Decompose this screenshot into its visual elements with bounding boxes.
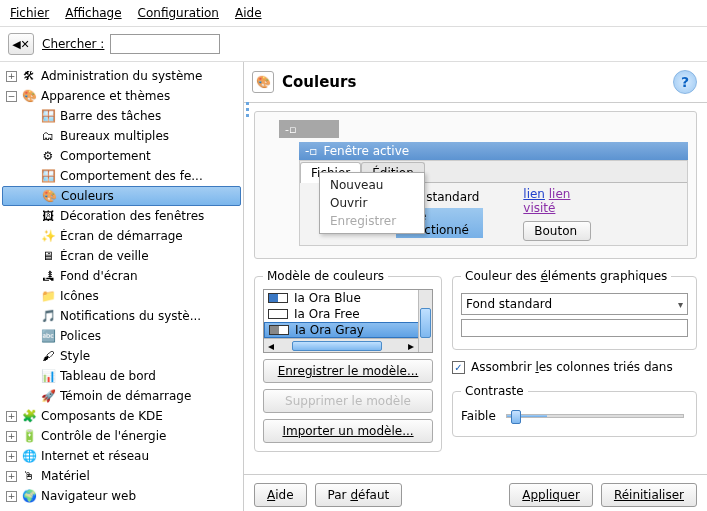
tree-bootind[interactable]: 🚀Témoin de démarrage xyxy=(2,386,241,406)
scheme-legend: Modèle de couleurs xyxy=(263,269,388,283)
search-label: Chercher : xyxy=(42,37,104,51)
tree-windec[interactable]: 🖼Décoration des fenêtres xyxy=(2,206,241,226)
page-icon: 🎨 xyxy=(252,71,274,93)
reset-button[interactable]: Réinitialiser xyxy=(601,483,697,507)
menu-view[interactable]: Affichage xyxy=(65,6,121,20)
contrast-slider[interactable] xyxy=(506,414,684,418)
tree-sysnotif[interactable]: 🎵Notifications du systè... xyxy=(2,306,241,326)
preview-button: Bouton xyxy=(523,221,591,241)
tree-icons[interactable]: 📁Icônes xyxy=(2,286,241,306)
darken-label: Assombrir les colonnes triés dans xyxy=(471,360,673,374)
save-scheme-button[interactable]: Enregistrer le modèle... xyxy=(263,359,433,383)
preview-link: lien xyxy=(523,187,545,201)
darken-checkbox[interactable]: ✓ xyxy=(452,361,465,374)
tree-ssaver[interactable]: 🖥Écran de veille xyxy=(2,246,241,266)
menubar: Fichier Affichage Configuration Aide xyxy=(0,0,707,27)
tree-panel[interactable]: 📊Tableau de bord xyxy=(2,366,241,386)
tree-appear[interactable]: −🎨Apparence et thèmes xyxy=(2,86,241,106)
apply-button[interactable]: Appliquer xyxy=(509,483,593,507)
active-window-title: -▫Fenêtre active xyxy=(299,142,688,160)
help-icon[interactable]: ? xyxy=(673,70,697,94)
widget-color-group: Couleur des éléments graphiques Fond sta… xyxy=(452,269,697,350)
color-scheme-group: Modèle de couleurs Ia Ora Blue Ia Ora Fr… xyxy=(254,269,442,452)
menu-config[interactable]: Configuration xyxy=(138,6,219,20)
tree-winbeh[interactable]: 🪟Comportement des fe... xyxy=(2,166,241,186)
dialog-footer: Aide Par défaut Appliquer Réinitialiser xyxy=(244,474,707,511)
import-scheme-button[interactable]: Importer un modèle... xyxy=(263,419,433,443)
search-input[interactable] xyxy=(110,34,220,54)
contrast-legend: Contraste xyxy=(461,384,528,398)
scheme-hscroll[interactable]: ◂▸ xyxy=(264,338,418,352)
preview-open-menu: Nouveau Ouvrir Enregistrer xyxy=(319,172,425,234)
tree-admin[interactable]: +🛠Administration du système xyxy=(2,66,241,86)
tree-wallpaper[interactable]: 🏞Fond d'écran xyxy=(2,266,241,286)
scheme-list[interactable]: Ia Ora Blue Ia Ora Free Ia Ora Gray ◂▸ xyxy=(263,289,433,353)
widget-element-combo[interactable]: Fond standard xyxy=(461,293,688,315)
defaults-button[interactable]: Par défaut xyxy=(315,483,403,507)
toolbar: ◀✕ Chercher : xyxy=(0,27,707,62)
menu-help[interactable]: Aide xyxy=(235,6,262,20)
widget-legend: Couleur des éléments graphiques xyxy=(461,269,671,283)
settings-panel: 🎨 Couleurs ? -▫ -▫Fenêtre active Fichier… xyxy=(244,62,707,511)
tree-fonts[interactable]: 🔤Polices xyxy=(2,326,241,346)
color-preview: -▫ -▫Fenêtre active Fichier Édition exte… xyxy=(254,111,697,259)
tree-web[interactable]: +🌍Navigateur web xyxy=(2,486,241,506)
contrast-low-label: Faible xyxy=(461,409,496,423)
tree-multidesk[interactable]: 🗂Bureaux multiples xyxy=(2,126,241,146)
tree-style[interactable]: 🖌Style xyxy=(2,346,241,366)
tree-hw[interactable]: +🖱Matériel xyxy=(2,466,241,486)
category-tree[interactable]: +🛠Administration du système−🎨Apparence e… xyxy=(0,62,244,511)
scheme-vscroll[interactable] xyxy=(418,290,432,352)
delete-scheme-button: Supprimer le modèle xyxy=(263,389,433,413)
inactive-window-title: -▫ xyxy=(279,120,339,138)
tree-power[interactable]: +🔋Contrôle de l'énergie xyxy=(2,426,241,446)
tree-kdecomp[interactable]: +🧩Composants de KDE xyxy=(2,406,241,426)
tree-behavior[interactable]: ⚙Comportement xyxy=(2,146,241,166)
menu-file[interactable]: Fichier xyxy=(10,6,49,20)
tree-splash[interactable]: ✨Écran de démarrage xyxy=(2,226,241,246)
help-button[interactable]: Aide xyxy=(254,483,307,507)
back-button[interactable]: ◀✕ xyxy=(8,33,34,55)
tree-net[interactable]: +🌐Internet et réseau xyxy=(2,446,241,466)
tree-taskbar[interactable]: 🪟Barre des tâches xyxy=(2,106,241,126)
page-title: Couleurs xyxy=(282,73,665,91)
tree-colors[interactable]: 🎨Couleurs xyxy=(2,186,241,206)
contrast-group: Contraste Faible xyxy=(452,384,697,437)
color-value-button[interactable] xyxy=(461,319,688,337)
darken-columns-row[interactable]: ✓ Assombrir les colonnes triés dans xyxy=(452,360,697,374)
